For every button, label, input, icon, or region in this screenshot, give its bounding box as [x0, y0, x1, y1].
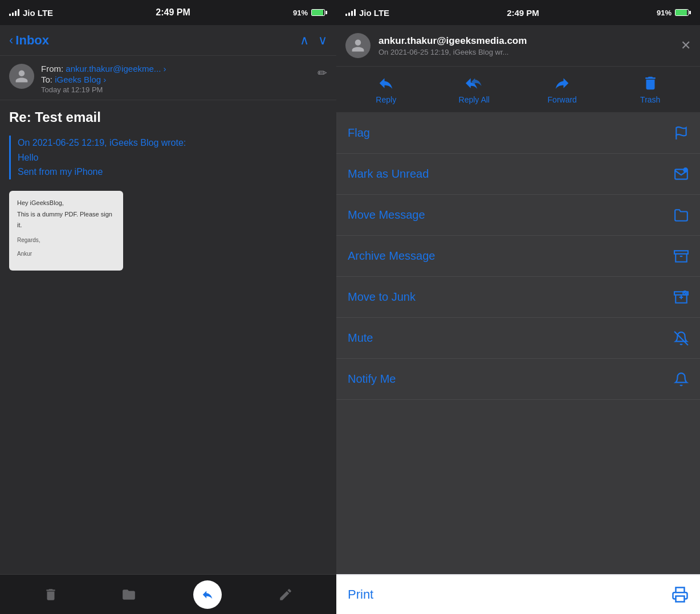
printer-icon — [671, 586, 689, 603]
from-label: From: — [41, 64, 66, 73]
nav-title: Inbox — [15, 33, 49, 48]
svg-rect-10 — [676, 596, 685, 602]
right-signal-bars — [345, 9, 356, 16]
mark-unread-label: Mark as Unread — [348, 167, 429, 181]
email-subject: Re: Test email — [9, 109, 327, 125]
header-email-info: ankur.thakur@igeeksmedia.com On 2021-06-… — [379, 35, 673, 56]
forward-button[interactable]: Forward — [542, 75, 582, 104]
to-line: To: iGeeks Blog › — [41, 75, 311, 84]
archive-menu-item[interactable]: Archive Message — [336, 236, 700, 277]
left-carrier: Jio LTE — [9, 8, 53, 18]
battery-icon — [311, 9, 327, 16]
move-junk-menu-item[interactable]: Move to Junk — [336, 277, 700, 318]
action-sender-avatar — [345, 33, 371, 58]
mark-unread-icon — [674, 167, 689, 182]
nav-down-arrow[interactable]: ∨ — [318, 33, 327, 48]
move-message-menu-item[interactable]: Move Message — [336, 195, 700, 236]
junk-icon — [674, 290, 689, 305]
mute-menu-item[interactable]: Mute — [336, 318, 700, 359]
to-label: To: — [41, 75, 55, 84]
nav-arrows: ∧ ∨ — [300, 33, 327, 48]
from-chevron-icon: › — [164, 64, 166, 73]
email-meta: From: ankur.thakur@igeekme... › To: iGee… — [41, 64, 311, 94]
pdf-preview[interactable]: Hey iGeeksBlog, This is a dummy PDF. Ple… — [9, 191, 123, 271]
email-date: Today at 12:19 PM — [41, 85, 311, 94]
reply-all-label: Reply All — [459, 95, 490, 104]
mute-icon — [674, 331, 689, 346]
svg-line-9 — [674, 331, 688, 345]
email-body: Re: Test email On 2021-06-25 12:19, iGee… — [0, 100, 336, 574]
reply-all-button[interactable]: Reply All — [454, 75, 494, 104]
action-person-icon — [351, 38, 365, 53]
nav-bar: ‹ Inbox ∧ ∨ — [0, 25, 336, 56]
notify-label: Notify Me — [348, 373, 396, 386]
from-email[interactable]: ankur.thakur@igeekme... — [66, 64, 161, 73]
reply-toolbar-button[interactable] — [193, 580, 222, 609]
right-action-panel: Jio LTE 2:49 PM 91% ankur.thakur@igeeksm… — [336, 0, 700, 614]
move-junk-label: Move to Junk — [348, 290, 416, 304]
trash-toolbar-button[interactable] — [36, 580, 65, 609]
header-email-address: ankur.thakur@igeeksmedia.com — [379, 35, 673, 47]
right-battery-icon — [675, 9, 691, 16]
sender-avatar — [9, 64, 34, 89]
left-status-bar: Jio LTE 2:49 PM 91% — [0, 0, 336, 25]
archive-icon — [674, 249, 689, 264]
close-button[interactable]: ✕ — [681, 38, 691, 53]
forward-icon — [554, 75, 571, 92]
edit-icon[interactable]: ✏ — [318, 66, 327, 80]
move-message-icon — [674, 208, 689, 223]
person-icon — [14, 69, 29, 84]
to-chevron-icon: › — [103, 75, 106, 84]
menu-list: Flag Mark as Unread Move Message Archive… — [336, 113, 700, 574]
left-battery-pct: 91% — [293, 9, 308, 17]
trash-button[interactable]: Trash — [630, 75, 670, 104]
quoted-block: On 2021-06-25 12:19, iGeeks Blog wrote: … — [9, 136, 327, 179]
left-battery-area: 91% — [293, 9, 327, 17]
quoted-line1: Hello — [18, 150, 327, 165]
pdf-sig2: Ankur — [17, 249, 115, 259]
reply-toolbar-icon — [201, 588, 214, 601]
flag-icon — [674, 126, 689, 141]
compose-toolbar-button[interactable] — [271, 580, 300, 609]
flag-menu-item[interactable]: Flag — [336, 113, 700, 154]
right-battery-area: 91% — [657, 9, 691, 17]
quick-actions-bar: Reply Reply All Forward Trash — [336, 67, 700, 113]
mark-unread-menu-item[interactable]: Mark as Unread — [336, 154, 700, 195]
nav-up-arrow[interactable]: ∧ — [300, 33, 309, 48]
print-label: Print — [348, 587, 373, 602]
left-time: 2:49 PM — [156, 7, 190, 18]
bell-icon — [674, 372, 689, 387]
mute-label: Mute — [348, 331, 373, 345]
action-sheet-header: ankur.thakur@igeeksmedia.com On 2021-06-… — [336, 25, 700, 67]
reply-all-icon — [466, 75, 483, 92]
forward-label: Forward — [548, 95, 577, 104]
reply-icon — [377, 75, 394, 92]
right-carrier: Jio LTE — [345, 8, 389, 18]
back-button[interactable]: ‹ Inbox — [9, 33, 49, 48]
archive-label: Archive Message — [348, 249, 435, 263]
from-line: From: ankur.thakur@igeekme... › — [41, 64, 311, 73]
folder-toolbar-button[interactable] — [115, 580, 143, 609]
notify-menu-item[interactable]: Notify Me — [336, 359, 700, 400]
to-name[interactable]: iGeeks Blog — [55, 75, 101, 84]
trash-toolbar-icon — [43, 587, 58, 602]
email-header: From: ankur.thakur@igeekme... › To: iGee… — [0, 56, 336, 100]
compose-toolbar-icon — [278, 587, 293, 602]
svg-point-1 — [683, 168, 687, 172]
reply-button[interactable]: Reply — [366, 75, 406, 104]
pdf-line1: Hey iGeeksBlog, — [17, 198, 115, 209]
trash-label: Trash — [640, 95, 660, 104]
pdf-line2: This is a dummy PDF. Please sign it. — [17, 209, 115, 232]
svg-rect-2 — [674, 251, 688, 253]
right-status-bar: Jio LTE 2:49 PM 91% — [336, 0, 700, 25]
bottom-toolbar — [0, 574, 336, 614]
quoted-line2: Sent from my iPhone — [18, 165, 327, 179]
print-section[interactable]: Print — [336, 574, 700, 614]
header-email-preview: On 2021-06-25 12:19, iGeeks Blog wr... — [379, 48, 673, 56]
right-battery-pct: 91% — [657, 9, 671, 17]
quoted-intro: On 2021-06-25 12:19, iGeeks Blog wrote: — [18, 136, 327, 150]
left-email-panel: Jio LTE 2:49 PM 91% ‹ Inbox ∧ ∨ — [0, 0, 336, 614]
signal-bars — [9, 9, 19, 16]
flag-label: Flag — [348, 126, 370, 140]
move-message-label: Move Message — [348, 208, 425, 222]
